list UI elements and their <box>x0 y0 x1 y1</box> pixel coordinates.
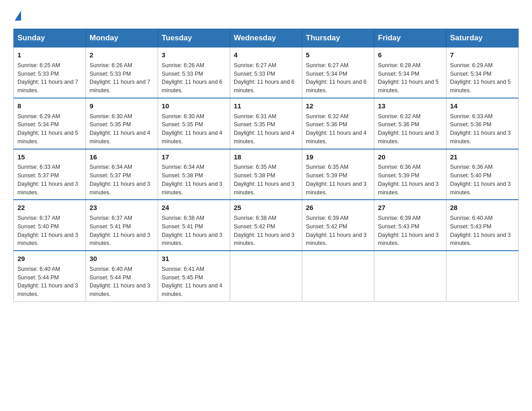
day-number: 11 <box>234 101 298 111</box>
page-header <box>13 9 519 21</box>
day-number: 20 <box>378 152 442 162</box>
day-info: Sunrise: 6:35 AMSunset: 5:39 PMDaylight:… <box>306 163 370 197</box>
calendar-day-cell: 10Sunrise: 6:30 AMSunset: 5:35 PMDayligh… <box>158 98 230 149</box>
calendar-week-row: 15Sunrise: 6:33 AMSunset: 5:37 PMDayligh… <box>14 149 519 200</box>
calendar-day-cell: 3Sunrise: 6:26 AMSunset: 5:33 PMDaylight… <box>158 47 230 98</box>
calendar-day-cell: 7Sunrise: 6:29 AMSunset: 5:34 PMDaylight… <box>446 47 519 98</box>
calendar-day-cell: 16Sunrise: 6:34 AMSunset: 5:37 PMDayligh… <box>86 149 158 200</box>
calendar-day-cell: 17Sunrise: 6:34 AMSunset: 5:38 PMDayligh… <box>158 149 230 200</box>
logo-triangle-icon <box>15 11 21 21</box>
day-number: 21 <box>450 152 515 162</box>
calendar-week-row: 22Sunrise: 6:37 AMSunset: 5:40 PMDayligh… <box>14 200 519 251</box>
day-number: 23 <box>90 203 154 213</box>
col-header-monday: Monday <box>86 29 158 47</box>
day-info: Sunrise: 6:39 AMSunset: 5:43 PMDaylight:… <box>378 214 442 248</box>
day-number: 31 <box>162 254 226 264</box>
calendar-day-cell <box>374 251 446 301</box>
calendar-day-cell: 14Sunrise: 6:33 AMSunset: 5:36 PMDayligh… <box>446 98 519 149</box>
day-info: Sunrise: 6:30 AMSunset: 5:35 PMDaylight:… <box>162 112 226 146</box>
day-info: Sunrise: 6:34 AMSunset: 5:38 PMDaylight:… <box>162 163 226 197</box>
calendar-week-row: 8Sunrise: 6:29 AMSunset: 5:34 PMDaylight… <box>14 98 519 149</box>
calendar-day-cell: 9Sunrise: 6:30 AMSunset: 5:35 PMDaylight… <box>86 98 158 149</box>
calendar-day-cell: 20Sunrise: 6:36 AMSunset: 5:39 PMDayligh… <box>374 149 446 200</box>
calendar-day-cell: 22Sunrise: 6:37 AMSunset: 5:40 PMDayligh… <box>14 200 86 251</box>
calendar-day-cell: 21Sunrise: 6:36 AMSunset: 5:40 PMDayligh… <box>446 149 519 200</box>
day-number: 15 <box>17 152 82 162</box>
day-info: Sunrise: 6:29 AMSunset: 5:34 PMDaylight:… <box>17 112 82 146</box>
day-number: 1 <box>17 50 82 60</box>
day-number: 14 <box>450 101 515 111</box>
calendar-day-cell: 27Sunrise: 6:39 AMSunset: 5:43 PMDayligh… <box>374 200 446 251</box>
day-number: 16 <box>90 152 154 162</box>
calendar-day-cell: 6Sunrise: 6:28 AMSunset: 5:34 PMDaylight… <box>374 47 446 98</box>
day-info: Sunrise: 6:35 AMSunset: 5:38 PMDaylight:… <box>234 163 298 197</box>
day-number: 13 <box>378 101 442 111</box>
day-number: 26 <box>306 203 370 213</box>
calendar-day-cell: 2Sunrise: 6:26 AMSunset: 5:33 PMDaylight… <box>86 47 158 98</box>
logo <box>13 9 21 21</box>
day-info: Sunrise: 6:26 AMSunset: 5:33 PMDaylight:… <box>90 61 154 95</box>
day-info: Sunrise: 6:36 AMSunset: 5:40 PMDaylight:… <box>450 163 515 197</box>
calendar-day-cell: 4Sunrise: 6:27 AMSunset: 5:33 PMDaylight… <box>230 47 302 98</box>
day-info: Sunrise: 6:34 AMSunset: 5:37 PMDaylight:… <box>90 163 154 197</box>
calendar-day-cell: 1Sunrise: 6:25 AMSunset: 5:33 PMDaylight… <box>14 47 86 98</box>
col-header-friday: Friday <box>374 29 446 47</box>
day-info: Sunrise: 6:36 AMSunset: 5:39 PMDaylight:… <box>378 163 442 197</box>
day-info: Sunrise: 6:33 AMSunset: 5:36 PMDaylight:… <box>450 112 515 146</box>
day-info: Sunrise: 6:25 AMSunset: 5:33 PMDaylight:… <box>17 61 82 95</box>
day-info: Sunrise: 6:40 AMSunset: 5:44 PMDaylight:… <box>17 265 82 299</box>
col-header-tuesday: Tuesday <box>158 29 230 47</box>
calendar-day-cell: 13Sunrise: 6:32 AMSunset: 5:36 PMDayligh… <box>374 98 446 149</box>
col-header-wednesday: Wednesday <box>230 29 302 47</box>
day-info: Sunrise: 6:27 AMSunset: 5:33 PMDaylight:… <box>234 61 298 95</box>
day-info: Sunrise: 6:37 AMSunset: 5:40 PMDaylight:… <box>17 214 82 248</box>
calendar-week-row: 1Sunrise: 6:25 AMSunset: 5:33 PMDaylight… <box>14 47 519 98</box>
day-number: 4 <box>234 50 298 60</box>
calendar-day-cell: 31Sunrise: 6:41 AMSunset: 5:45 PMDayligh… <box>158 251 230 301</box>
day-info: Sunrise: 6:28 AMSunset: 5:34 PMDaylight:… <box>378 61 442 95</box>
day-number: 2 <box>90 50 154 60</box>
calendar-day-cell: 29Sunrise: 6:40 AMSunset: 5:44 PMDayligh… <box>14 251 86 301</box>
day-info: Sunrise: 6:38 AMSunset: 5:41 PMDaylight:… <box>162 214 226 248</box>
col-header-saturday: Saturday <box>446 29 519 47</box>
day-info: Sunrise: 6:32 AMSunset: 5:36 PMDaylight:… <box>378 112 442 146</box>
calendar-day-cell: 18Sunrise: 6:35 AMSunset: 5:38 PMDayligh… <box>230 149 302 200</box>
calendar-day-cell: 5Sunrise: 6:27 AMSunset: 5:34 PMDaylight… <box>302 47 374 98</box>
calendar-day-cell: 19Sunrise: 6:35 AMSunset: 5:39 PMDayligh… <box>302 149 374 200</box>
day-info: Sunrise: 6:41 AMSunset: 5:45 PMDaylight:… <box>162 265 226 299</box>
calendar-day-cell: 12Sunrise: 6:32 AMSunset: 5:36 PMDayligh… <box>302 98 374 149</box>
day-number: 3 <box>162 50 226 60</box>
day-number: 8 <box>17 101 82 111</box>
day-info: Sunrise: 6:40 AMSunset: 5:44 PMDaylight:… <box>90 265 154 299</box>
col-header-thursday: Thursday <box>302 29 374 47</box>
day-number: 5 <box>306 50 370 60</box>
day-info: Sunrise: 6:31 AMSunset: 5:35 PMDaylight:… <box>234 112 298 146</box>
calendar-day-cell: 25Sunrise: 6:38 AMSunset: 5:42 PMDayligh… <box>230 200 302 251</box>
calendar-day-cell <box>446 251 519 301</box>
day-number: 24 <box>162 203 226 213</box>
day-number: 18 <box>234 152 298 162</box>
day-info: Sunrise: 6:26 AMSunset: 5:33 PMDaylight:… <box>162 61 226 95</box>
calendar-day-cell <box>230 251 302 301</box>
calendar-header-row: SundayMondayTuesdayWednesdayThursdayFrid… <box>14 29 519 47</box>
calendar-day-cell <box>302 251 374 301</box>
day-number: 6 <box>378 50 442 60</box>
day-number: 9 <box>90 101 154 111</box>
day-info: Sunrise: 6:29 AMSunset: 5:34 PMDaylight:… <box>450 61 515 95</box>
calendar-week-row: 29Sunrise: 6:40 AMSunset: 5:44 PMDayligh… <box>14 251 519 301</box>
day-number: 19 <box>306 152 370 162</box>
day-info: Sunrise: 6:37 AMSunset: 5:41 PMDaylight:… <box>90 214 154 248</box>
day-number: 30 <box>90 254 154 264</box>
day-info: Sunrise: 6:40 AMSunset: 5:43 PMDaylight:… <box>450 214 515 248</box>
calendar-table: SundayMondayTuesdayWednesdayThursdayFrid… <box>13 29 519 302</box>
day-number: 22 <box>17 203 82 213</box>
day-number: 7 <box>450 50 515 60</box>
day-number: 29 <box>17 254 82 264</box>
calendar-day-cell: 15Sunrise: 6:33 AMSunset: 5:37 PMDayligh… <box>14 149 86 200</box>
day-info: Sunrise: 6:38 AMSunset: 5:42 PMDaylight:… <box>234 214 298 248</box>
day-info: Sunrise: 6:30 AMSunset: 5:35 PMDaylight:… <box>90 112 154 146</box>
calendar-day-cell: 24Sunrise: 6:38 AMSunset: 5:41 PMDayligh… <box>158 200 230 251</box>
calendar-day-cell: 8Sunrise: 6:29 AMSunset: 5:34 PMDaylight… <box>14 98 86 149</box>
day-number: 10 <box>162 101 226 111</box>
calendar-day-cell: 23Sunrise: 6:37 AMSunset: 5:41 PMDayligh… <box>86 200 158 251</box>
